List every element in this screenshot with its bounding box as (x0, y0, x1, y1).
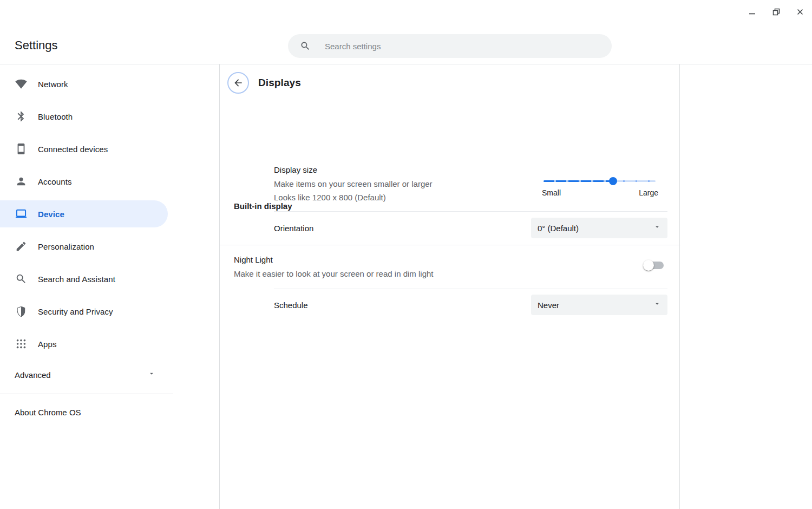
sidebar-item-security-privacy[interactable]: Security and Privacy (0, 295, 219, 328)
night-light-toggle[interactable] (644, 262, 664, 269)
search-icon (300, 41, 311, 51)
search-input[interactable] (325, 42, 603, 51)
page-header: Displays (227, 72, 301, 94)
orientation-label: Orientation (274, 224, 313, 233)
laptop-icon (15, 207, 28, 220)
advanced-label: Advanced (15, 370, 51, 380)
slider-thumb[interactable] (609, 177, 617, 185)
sidebar-divider (0, 394, 173, 394)
schedule-label: Schedule (274, 301, 308, 310)
row-divider (274, 289, 667, 289)
sidebar-item-label: Connected devices (38, 145, 108, 154)
sidebar-item-label: Accounts (38, 177, 72, 186)
close-button[interactable] (793, 4, 808, 19)
toggle-knob (643, 260, 654, 271)
sidebar-item-apps[interactable]: Apps (0, 328, 219, 360)
person-icon (15, 175, 28, 188)
pen-icon (15, 240, 28, 253)
restore-button[interactable] (769, 4, 784, 19)
orientation-select[interactable]: 0° (Default) (531, 218, 667, 238)
sidebar-advanced-toggle[interactable]: Advanced (0, 362, 173, 387)
sidebar-item-network[interactable]: Network (0, 68, 219, 100)
night-light-description: Make it easier to look at your screen or… (234, 269, 434, 278)
slider-max-label: Large (639, 188, 658, 197)
wifi-icon (15, 77, 28, 90)
section-divider (220, 245, 680, 245)
about-label: About Chrome OS (15, 408, 81, 417)
minimize-icon (748, 8, 757, 16)
display-size-slider[interactable] (543, 175, 656, 188)
slider-track-active (543, 180, 613, 182)
bluetooth-icon (15, 110, 28, 123)
sidebar-item-bluetooth[interactable]: Bluetooth (0, 100, 219, 133)
orientation-value: 0° (Default) (538, 224, 579, 233)
sidebar-item-label: Network (38, 80, 68, 89)
displays-page: Displays Built-in display Display size M… (219, 64, 680, 509)
sidebar-item-search-assistant[interactable]: Search and Assistant (0, 263, 219, 295)
section-heading: Built-in display (234, 201, 292, 211)
sidebar-item-label: Device (38, 210, 64, 219)
slider-labels: Small Large (542, 188, 658, 197)
arrow-back-icon (233, 77, 244, 88)
settings-window: Settings Network Bluetooth Connected dev… (0, 0, 812, 509)
app-title: Settings (15, 38, 58, 53)
apps-grid-icon (15, 337, 28, 350)
display-size-resolution: Looks like 1200 x 800 (Default) (274, 193, 386, 202)
sidebar-item-label: Bluetooth (38, 112, 73, 121)
sidebar-item-accounts[interactable]: Accounts (0, 165, 219, 198)
dropdown-caret-icon (653, 223, 661, 233)
restore-icon (772, 8, 781, 16)
row-divider (274, 211, 667, 212)
shield-icon (15, 305, 28, 318)
dropdown-caret-icon (653, 300, 661, 310)
sidebar-item-device[interactable]: Device (0, 200, 168, 227)
slider-min-label: Small (542, 188, 561, 197)
window-controls (745, 4, 808, 19)
search-bar[interactable] (288, 34, 612, 58)
sidebar-item-label: Personalization (38, 242, 94, 251)
sidebar-item-personalization[interactable]: Personalization (0, 230, 219, 263)
display-size-description: Make items on your screen smaller or lar… (274, 179, 433, 188)
sidebar-item-label: Apps (38, 340, 57, 349)
magnifier-icon (15, 272, 28, 285)
close-icon (796, 8, 804, 16)
sidebar-item-connected-devices[interactable]: Connected devices (0, 133, 219, 165)
sidebar-item-about-chrome-os[interactable]: About Chrome OS (0, 400, 173, 425)
schedule-value: Never (538, 301, 559, 310)
minimize-button[interactable] (745, 4, 760, 19)
smartphone-icon (15, 142, 28, 155)
display-size-label: Display size (274, 165, 317, 174)
schedule-select[interactable]: Never (531, 295, 667, 315)
sidebar-item-label: Security and Privacy (38, 307, 113, 316)
night-light-label: Night Light (234, 255, 273, 264)
sidebar-nav: Network Bluetooth Connected devices Acco… (0, 68, 219, 360)
back-button[interactable] (227, 72, 249, 94)
chevron-down-icon (148, 370, 155, 380)
slider-track-inactive (613, 180, 656, 182)
sidebar-item-label: Search and Assistant (38, 275, 115, 284)
page-title: Displays (258, 77, 301, 89)
